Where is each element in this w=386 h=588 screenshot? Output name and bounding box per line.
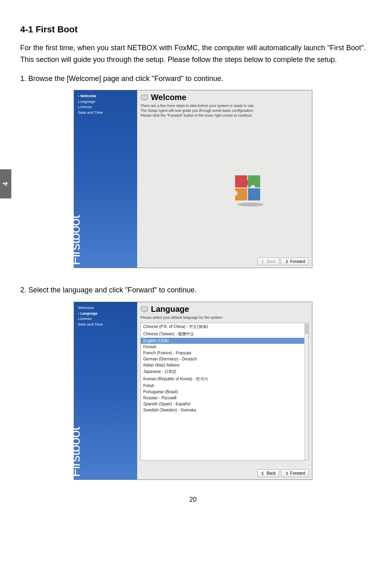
sidebar-item-language[interactable]: Language (78, 99, 135, 105)
list-item[interactable]: Spanish (Spain) - Español (141, 401, 308, 407)
wizard-sidebar: Welcome Language License Date and Time F… (74, 90, 137, 268)
list-item[interactable]: Finnish (141, 344, 308, 350)
language-list[interactable]: Chinese (P.R. of China) - 中文(简体) Chinese… (140, 323, 309, 460)
arrow-right-icon (284, 260, 288, 264)
screenshot-welcome: Welcome Language License Date and Time F… (74, 90, 312, 268)
step-2: 2. Select the language and click "Forwar… (20, 284, 366, 296)
page-title: Welcome (151, 93, 186, 102)
list-item[interactable]: Korean (Republic of Korea) - 한국어 (141, 375, 308, 383)
svg-rect-1 (143, 100, 146, 100)
language-icon (140, 305, 148, 313)
svg-rect-3 (141, 307, 148, 311)
arrow-right-icon (284, 471, 288, 475)
screenshot-language: Welcome Language License Date and Time F… (74, 302, 312, 480)
welcome-description: There are a few more steps to take befor… (140, 104, 309, 118)
scrollbar[interactable] (304, 323, 308, 460)
arrow-left-icon (261, 471, 265, 475)
wizard-main: Welcome There are a few more steps to ta… (137, 90, 312, 268)
page-number: 20 (20, 496, 366, 503)
sidebar-item-welcome[interactable]: Welcome (78, 305, 135, 311)
firstboot-logo: Firstboot (67, 215, 83, 265)
language-description: Please select your default language for … (140, 315, 309, 320)
list-item[interactable]: Chinese (P.R. of China) - 中文(简体) (141, 323, 308, 330)
firstboot-logo: Firstboot (67, 427, 83, 477)
list-item[interactable]: German (Germany) - Deutsch (141, 356, 308, 362)
sidebar-item-datetime[interactable]: Date and Time (78, 110, 135, 116)
list-item[interactable]: Portuguese (Brasil) (141, 389, 308, 395)
forward-button[interactable]: Forward (281, 469, 309, 477)
list-item[interactable]: Polish (141, 383, 308, 389)
sidebar-item-license[interactable]: License (78, 104, 135, 110)
puzzle-icon (231, 171, 267, 209)
svg-rect-4 (143, 311, 146, 312)
list-item[interactable]: Russian - Русский (141, 395, 308, 401)
sidebar-item-datetime[interactable]: Date and Time (78, 322, 135, 328)
page-title: Language (151, 305, 189, 314)
svg-rect-0 (141, 95, 148, 100)
svg-point-2 (238, 202, 263, 207)
forward-button[interactable]: Forward (281, 258, 309, 265)
intro-paragraph: For the first time, when you start NETBO… (20, 42, 366, 66)
chapter-tab: 4 (0, 169, 11, 198)
list-item[interactable]: Chinese (Taiwan) - 繁體中文 (141, 330, 308, 338)
wizard-main: Language Please select your default lang… (137, 302, 312, 479)
wizard-sidebar: Welcome Language License Date and Time F… (74, 302, 137, 479)
list-item[interactable]: French (France) - Français (141, 350, 308, 356)
section-title: 4-1 First Boot (20, 24, 366, 35)
sidebar-item-language[interactable]: Language (78, 311, 135, 317)
sidebar-item-welcome[interactable]: Welcome (78, 94, 135, 99)
list-item[interactable]: English (USA) (141, 338, 308, 344)
sidebar-item-license[interactable]: License (78, 316, 135, 322)
list-item[interactable]: Italian (Italy) Italiano (141, 362, 308, 368)
welcome-icon (140, 94, 148, 102)
arrow-left-icon (261, 260, 265, 264)
back-button: Back (257, 258, 279, 265)
list-item[interactable]: Japanese - 日本語 (141, 368, 308, 375)
list-item[interactable]: Swedish (Sweden) - Svenska (141, 407, 308, 413)
step-1: 1. Browse the [Welcome] page and click "… (20, 73, 366, 85)
back-button[interactable]: Back (257, 469, 279, 477)
